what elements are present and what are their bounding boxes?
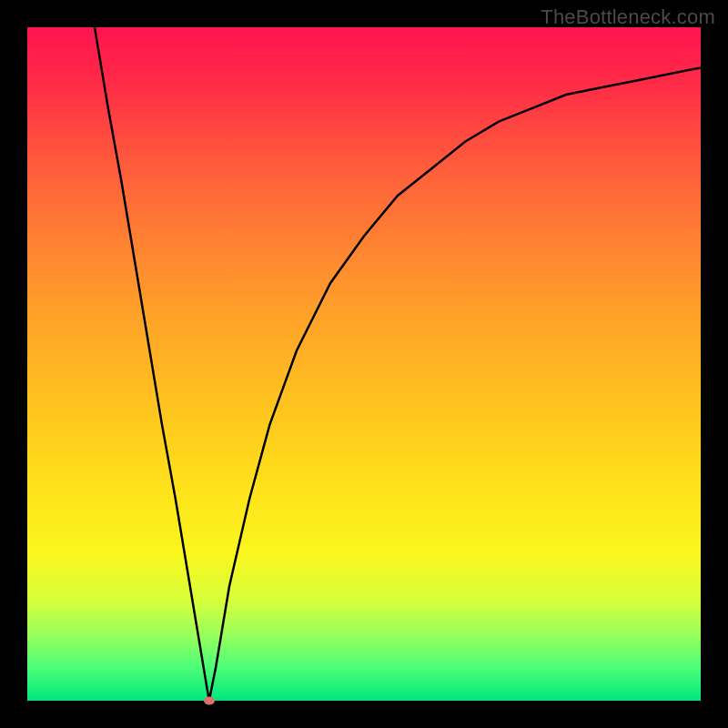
plot-area <box>27 27 701 701</box>
minimum-marker <box>204 697 215 705</box>
bottleneck-curve <box>27 27 701 701</box>
watermark-text: TheBottleneck.com <box>541 5 715 29</box>
